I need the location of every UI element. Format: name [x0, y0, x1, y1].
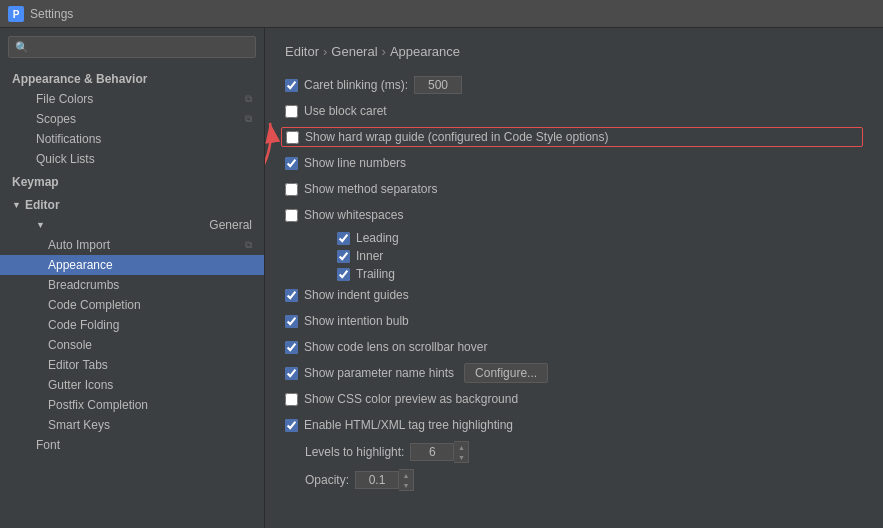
- caret-blinking-row: Caret blinking (ms):: [285, 75, 863, 95]
- sidebar-item-auto-import[interactable]: Auto Import ⧉: [0, 235, 264, 255]
- sidebar-item-quick-lists[interactable]: Quick Lists: [0, 149, 264, 169]
- sidebar: 🔍 Appearance & Behavior File Colors ⧉ Sc…: [0, 28, 265, 528]
- show-intention-bulb-row: Show intention bulb: [285, 311, 863, 331]
- show-indent-guides-row: Show indent guides: [285, 285, 863, 305]
- leading-checkbox[interactable]: [337, 232, 350, 245]
- title-bar: P Settings: [0, 0, 883, 28]
- file-colors-icon: ⧉: [245, 93, 252, 105]
- inner-label: Inner: [356, 249, 383, 263]
- opacity-spinner-buttons: ▲ ▼: [399, 469, 414, 491]
- show-whitespaces-checkbox[interactable]: [285, 209, 298, 222]
- levels-input[interactable]: [410, 443, 454, 461]
- sidebar-item-smart-keys[interactable]: Smart Keys: [0, 415, 264, 435]
- sidebar-item-code-completion[interactable]: Code Completion: [0, 295, 264, 315]
- window-title: Settings: [30, 7, 73, 21]
- sidebar-item-font[interactable]: Font: [0, 435, 264, 455]
- sidebar-item-notifications[interactable]: Notifications: [0, 129, 264, 149]
- show-param-hints-row: Show parameter name hints Configure...: [285, 363, 863, 383]
- opacity-spinner: ▲ ▼: [355, 469, 414, 491]
- levels-down-button[interactable]: ▼: [454, 452, 468, 462]
- show-css-color-row: Show CSS color preview as background: [285, 389, 863, 409]
- opacity-up-button[interactable]: ▲: [399, 470, 413, 480]
- search-icon: 🔍: [15, 41, 29, 54]
- breadcrumb-sep-2: ›: [382, 44, 386, 59]
- trailing-checkbox[interactable]: [337, 268, 350, 281]
- section-editor[interactable]: ▼ Editor: [0, 192, 264, 215]
- show-method-sep-checkbox[interactable]: [285, 183, 298, 196]
- show-hard-wrap-label: Show hard wrap guide (configured in Code…: [305, 130, 609, 144]
- sidebar-item-code-folding[interactable]: Code Folding: [0, 315, 264, 335]
- caret-blinking-input[interactable]: [414, 76, 462, 94]
- enable-html-xml-checkbox[interactable]: [285, 419, 298, 432]
- breadcrumb-sep-1: ›: [323, 44, 327, 59]
- app-icon: P: [8, 6, 24, 22]
- use-block-caret-row: Use block caret: [285, 101, 863, 121]
- search-input[interactable]: [33, 40, 249, 54]
- sidebar-item-file-colors[interactable]: File Colors ⧉: [0, 89, 264, 109]
- sidebar-item-gutter-icons[interactable]: Gutter Icons: [0, 375, 264, 395]
- use-block-caret-checkbox[interactable]: [285, 105, 298, 118]
- sidebar-item-scopes[interactable]: Scopes ⧉: [0, 109, 264, 129]
- auto-import-icon: ⧉: [245, 239, 252, 251]
- caret-blinking-checkbox[interactable]: [285, 79, 298, 92]
- inner-checkbox[interactable]: [337, 250, 350, 263]
- scopes-icon: ⧉: [245, 113, 252, 125]
- sidebar-item-appearance[interactable]: Appearance: [0, 255, 264, 275]
- show-line-numbers-label: Show line numbers: [304, 156, 406, 170]
- opacity-row: Opacity: ▲ ▼: [305, 469, 863, 491]
- show-css-color-checkbox[interactable]: [285, 393, 298, 406]
- show-code-lens-checkbox[interactable]: [285, 341, 298, 354]
- breadcrumb-editor: Editor: [285, 44, 319, 59]
- section-keymap: Keymap: [0, 169, 264, 192]
- show-hard-wrap-row: Show hard wrap guide (configured in Code…: [281, 127, 863, 147]
- show-code-lens-label: Show code lens on scrollbar hover: [304, 340, 487, 354]
- show-indent-guides-checkbox[interactable]: [285, 289, 298, 302]
- show-hard-wrap-checkbox[interactable]: [286, 131, 299, 144]
- show-method-sep-row: Show method separators: [285, 179, 863, 199]
- sidebar-item-breadcrumbs[interactable]: Breadcrumbs: [0, 275, 264, 295]
- levels-highlight-row: Levels to highlight: ▲ ▼: [305, 441, 863, 463]
- sidebar-item-editor-tabs[interactable]: Editor Tabs: [0, 355, 264, 375]
- levels-spinner: ▲ ▼: [410, 441, 469, 463]
- content-area: Editor › General › Appearance Caret blin…: [265, 28, 883, 528]
- show-method-sep-label: Show method separators: [304, 182, 437, 196]
- main-container: 🔍 Appearance & Behavior File Colors ⧉ Sc…: [0, 28, 883, 528]
- enable-html-xml-row: Enable HTML/XML tag tree highlighting: [285, 415, 863, 435]
- editor-arrow-icon: ▼: [12, 200, 21, 210]
- leading-row: Leading: [337, 231, 863, 245]
- trailing-label: Trailing: [356, 267, 395, 281]
- search-box[interactable]: 🔍: [8, 36, 256, 58]
- show-intention-bulb-checkbox[interactable]: [285, 315, 298, 328]
- show-param-hints-label: Show parameter name hints: [304, 366, 454, 380]
- use-block-caret-label: Use block caret: [304, 104, 387, 118]
- svg-text:P: P: [13, 9, 20, 20]
- trailing-row: Trailing: [337, 267, 863, 281]
- breadcrumb-appearance: Appearance: [390, 44, 460, 59]
- opacity-label: Opacity:: [305, 473, 349, 487]
- breadcrumb-general: General: [331, 44, 377, 59]
- show-whitespaces-label: Show whitespaces: [304, 208, 403, 222]
- configure-button[interactable]: Configure...: [464, 363, 548, 383]
- opacity-input[interactable]: [355, 471, 399, 489]
- opacity-down-button[interactable]: ▼: [399, 480, 413, 490]
- levels-highlight-label: Levels to highlight:: [305, 445, 404, 459]
- leading-label: Leading: [356, 231, 399, 245]
- section-appearance-behavior: Appearance & Behavior: [0, 66, 264, 89]
- inner-row: Inner: [337, 249, 863, 263]
- show-css-color-label: Show CSS color preview as background: [304, 392, 518, 406]
- general-arrow-icon: ▼: [36, 220, 45, 230]
- sidebar-item-postfix-completion[interactable]: Postfix Completion: [0, 395, 264, 415]
- show-param-hints-checkbox[interactable]: [285, 367, 298, 380]
- show-intention-bulb-label: Show intention bulb: [304, 314, 409, 328]
- levels-up-button[interactable]: ▲: [454, 442, 468, 452]
- breadcrumb: Editor › General › Appearance: [285, 44, 863, 59]
- sidebar-item-console[interactable]: Console: [0, 335, 264, 355]
- caret-blinking-label: Caret blinking (ms):: [304, 78, 408, 92]
- show-line-numbers-row: Show line numbers: [285, 153, 863, 173]
- show-line-numbers-checkbox[interactable]: [285, 157, 298, 170]
- show-whitespaces-row: Show whitespaces: [285, 205, 863, 225]
- show-code-lens-row: Show code lens on scrollbar hover: [285, 337, 863, 357]
- sidebar-item-general[interactable]: ▼ General: [0, 215, 264, 235]
- show-indent-guides-label: Show indent guides: [304, 288, 409, 302]
- enable-html-xml-label: Enable HTML/XML tag tree highlighting: [304, 418, 513, 432]
